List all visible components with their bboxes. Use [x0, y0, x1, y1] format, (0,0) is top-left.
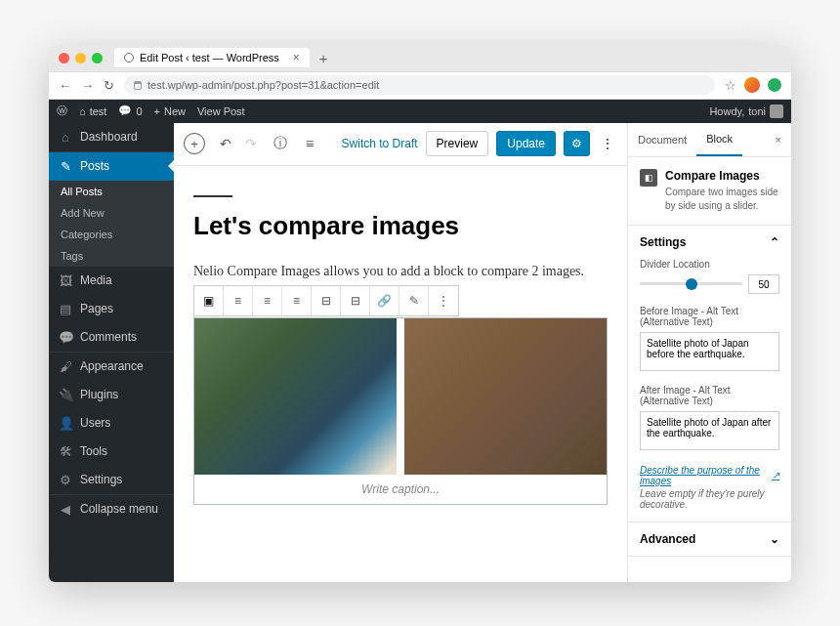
divider-location-label: Divider Location	[640, 259, 779, 270]
wp-logo-icon[interactable]: ⓦ	[57, 104, 67, 118]
divider-value-input[interactable]: 50	[748, 274, 779, 294]
before-alt-textarea[interactable]	[640, 332, 779, 371]
menu-users[interactable]: 👤Users	[49, 409, 174, 438]
menu-pages[interactable]: ▤Pages	[49, 295, 174, 323]
block-toolbar: ▣ ≡ ≡ ≡ ⊟ ⊟ 🔗 ✎ ⋮	[193, 285, 459, 316]
comments-link[interactable]: 💬 0	[118, 104, 142, 117]
chevron-down-icon: ⌄	[770, 532, 779, 546]
extension-icon[interactable]	[768, 78, 781, 92]
menu-collapse[interactable]: ◀Collapse menu	[49, 495, 174, 523]
collapse-icon: ◀	[59, 502, 72, 517]
more-options-button[interactable]: ⋮	[598, 132, 617, 155]
undo-button[interactable]: ↶	[217, 136, 234, 151]
before-image	[194, 318, 400, 475]
media-icon: 🖾	[59, 273, 72, 288]
advanced-panel-toggle[interactable]: Advanced ⌄	[628, 522, 791, 556]
post-title[interactable]: Let's compare images	[193, 211, 608, 241]
bookmark-icon[interactable]: ☆	[725, 78, 736, 93]
pin-icon: ✎	[59, 159, 72, 174]
user-avatar-icon	[770, 104, 783, 118]
new-link[interactable]: + New	[154, 105, 186, 117]
align-wide-icon[interactable]: ⊟	[312, 286, 341, 315]
divider-handle[interactable]	[397, 318, 404, 475]
settings-panel-toggle[interactable]: Settings ⌃	[628, 226, 791, 259]
block-more-icon[interactable]: ⋮	[429, 286, 458, 315]
divider-slider[interactable]	[640, 282, 742, 285]
compare-images-block[interactable]: ▣ ≡ ≡ ≡ ⊟ ⊟ 🔗 ✎ ⋮	[193, 317, 608, 505]
link-icon[interactable]: 🔗	[370, 286, 399, 315]
menu-posts[interactable]: ✎Posts	[49, 152, 174, 181]
appearance-icon: 🖌	[59, 359, 72, 374]
window-zoom-icon[interactable]	[92, 53, 103, 63]
submenu-tags[interactable]: Tags	[49, 245, 174, 267]
align-right-icon[interactable]: ≡	[282, 286, 312, 315]
menu-plugins[interactable]: 🔌Plugins	[49, 381, 174, 409]
settings-toggle-button[interactable]: ⚙	[564, 131, 590, 156]
pages-icon: ▤	[59, 302, 72, 316]
compare-block-icon: ◧	[640, 169, 657, 187]
block-type-icon[interactable]: ▣	[194, 286, 224, 315]
edit-icon[interactable]: ✎	[399, 286, 429, 315]
howdy-user[interactable]: Howdy, toni	[709, 104, 783, 118]
editor-toolbar: + ↶ ↷ ⓘ ≡ Switch to Draft Preview Update…	[174, 123, 627, 166]
block-description: Compare two images side by side using a …	[665, 186, 779, 213]
content-structure-icon[interactable]: ⓘ	[272, 135, 289, 152]
plugins-icon: 🔌	[59, 388, 72, 402]
browser-tab[interactable]: Edit Post ‹ test — WordPress ×	[114, 48, 310, 67]
caption-input[interactable]: Write caption...	[194, 475, 607, 504]
menu-tools[interactable]: 🛠Tools	[49, 438, 174, 466]
paragraph-block[interactable]: Nelio Compare Images allows you to add a…	[193, 261, 608, 282]
users-icon: 👤	[59, 416, 72, 431]
add-block-button[interactable]: +	[184, 133, 205, 154]
view-post-link[interactable]: View Post	[197, 105, 245, 117]
new-tab-button[interactable]: +	[319, 50, 328, 66]
align-center-icon[interactable]: ≡	[253, 286, 282, 315]
block-title: Compare Images	[665, 169, 779, 183]
comments-icon: 💬	[59, 330, 72, 345]
site-link[interactable]: ⌂ test	[79, 105, 106, 117]
reload-icon[interactable]: ↻	[104, 78, 114, 93]
wp-admin-bar: ⓦ ⌂ test 💬 0 + New View Post Howdy, toni	[49, 100, 791, 123]
after-image	[400, 318, 607, 475]
window-minimize-icon[interactable]	[75, 53, 86, 63]
after-alt-label: After Image - Alt Text (Alternative Text…	[640, 385, 779, 406]
align-full-icon[interactable]: ⊟	[341, 286, 370, 315]
after-alt-textarea[interactable]	[640, 411, 779, 450]
menu-appearance[interactable]: 🖌Appearance	[49, 353, 174, 381]
forward-icon[interactable]: →	[81, 78, 94, 93]
window-close-icon[interactable]	[59, 53, 69, 63]
url-text: test.wp/wp-admin/post.php?post=31&action…	[147, 79, 379, 91]
update-button[interactable]: Update	[496, 131, 556, 156]
settings-icon: ⚙	[59, 473, 72, 487]
redo-button[interactable]: ↷	[242, 136, 260, 151]
external-link-icon: ↗	[772, 470, 779, 480]
lock-icon	[134, 81, 142, 90]
submenu-add-new[interactable]: Add New	[49, 202, 174, 224]
tab-block[interactable]: Block	[696, 123, 742, 156]
browser-titlebar: Edit Post ‹ test — WordPress × +	[49, 45, 791, 72]
tab-close-icon[interactable]: ×	[293, 51, 300, 64]
block-navigation-icon[interactable]: ≡	[301, 136, 318, 151]
submenu-categories[interactable]: Categories	[49, 224, 174, 245]
switch-to-draft-link[interactable]: Switch to Draft	[342, 137, 418, 150]
tab-document[interactable]: Document	[628, 124, 696, 155]
globe-icon	[124, 53, 134, 63]
menu-settings[interactable]: ⚙Settings	[49, 466, 174, 494]
align-left-icon[interactable]: ≡	[224, 286, 253, 315]
menu-dashboard[interactable]: ⌂Dashboard	[49, 123, 174, 151]
close-inspector-icon[interactable]: ×	[766, 124, 791, 155]
describe-images-link[interactable]: Describe the purpose of the images ↗	[640, 465, 779, 486]
back-icon[interactable]: ←	[59, 78, 71, 93]
tab-title: Edit Post ‹ test — WordPress	[140, 52, 279, 63]
preview-button[interactable]: Preview	[426, 131, 489, 156]
chevron-up-icon: ⌃	[770, 235, 779, 249]
profile-avatar-icon[interactable]	[744, 77, 760, 93]
menu-media[interactable]: 🖾Media	[49, 267, 174, 295]
url-input[interactable]: test.wp/wp-admin/post.php?post=31&action…	[124, 75, 715, 95]
browser-urlbar: ← → ↻ test.wp/wp-admin/post.php?post=31&…	[49, 72, 791, 100]
submenu-all-posts[interactable]: All Posts	[49, 181, 174, 202]
before-alt-label: Before Image - Alt Text (Alternative Tex…	[640, 306, 779, 327]
inspector-panel: Document Block × ◧ Compare Images Compar…	[627, 123, 791, 582]
menu-comments[interactable]: 💬Comments	[49, 323, 174, 352]
admin-sidebar: ⌂Dashboard ✎Posts All Posts Add New Cate…	[49, 123, 174, 582]
